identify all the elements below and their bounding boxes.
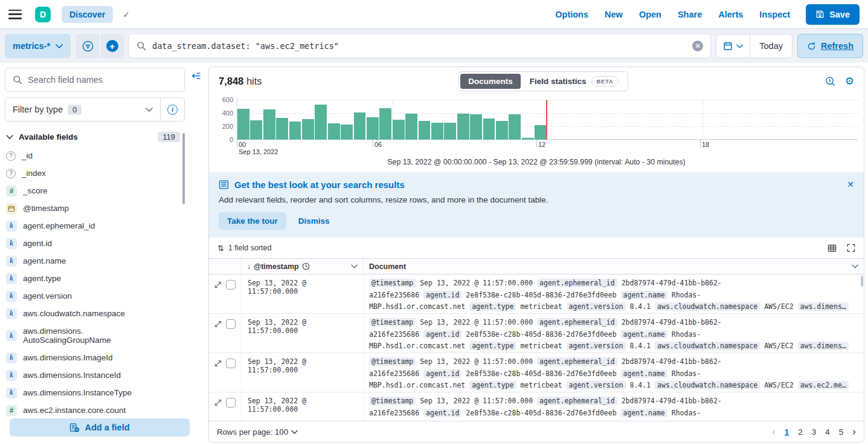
field-name-badge: agent.name bbox=[621, 330, 667, 339]
field-value: Sep 13, 2022 @ 11:57:00.000 bbox=[420, 357, 533, 366]
add-field-button[interactable]: Add a field bbox=[10, 418, 190, 437]
space-avatar[interactable]: D bbox=[35, 7, 51, 22]
page-button-4[interactable]: 4 bbox=[825, 427, 830, 437]
sidebar-scrollbar[interactable] bbox=[182, 133, 185, 204]
field-item[interactable]: kagent.type bbox=[5, 270, 180, 287]
query-input[interactable]: data_stream.dataset: "aws.ec2_metrics" ✕ bbox=[129, 34, 711, 58]
page-button-5[interactable]: 5 bbox=[839, 427, 844, 437]
page-button-1[interactable]: 1 bbox=[785, 427, 789, 437]
rows-per-page-button[interactable]: Rows per page: 100 bbox=[217, 427, 298, 437]
page-button-2[interactable]: 2 bbox=[798, 427, 803, 437]
nav-link-share[interactable]: Share bbox=[678, 10, 702, 19]
query-bar: metrics-* + data_stream.dataset: "aws.ec… bbox=[0, 29, 868, 63]
field-name-badge: aws.cloudwatch.namespace bbox=[655, 381, 760, 389]
next-page-icon[interactable]: › bbox=[852, 426, 856, 438]
histogram-bar bbox=[509, 114, 521, 140]
save-button[interactable]: Save bbox=[806, 4, 860, 25]
tab-field-statistics[interactable]: Field statistics BETA bbox=[522, 73, 626, 89]
keyword-field-icon: k bbox=[6, 291, 17, 302]
refresh-button[interactable]: Refresh bbox=[797, 34, 863, 58]
field-item[interactable]: kaws.dimensions.ImageId bbox=[5, 349, 180, 366]
document-cell: @timestamp Sep 13, 2022 @ 11:57:00.000 a… bbox=[364, 392, 864, 421]
nav-link-options[interactable]: Options bbox=[555, 10, 588, 19]
date-picker-menu-button[interactable] bbox=[716, 34, 750, 57]
row-checkbox[interactable] bbox=[226, 359, 236, 368]
top-navigation-bar: D Discover ✓ OptionsNewOpenShareAlertsIn… bbox=[0, 0, 868, 29]
field-value: Sep 13, 2022 @ 11:57:00.000 bbox=[420, 318, 533, 326]
field-name-badge: aws.cloudwatch.namespace bbox=[655, 302, 760, 311]
expand-row-icon[interactable] bbox=[214, 320, 222, 328]
data-view-selector[interactable]: metrics-* bbox=[5, 34, 71, 58]
time-range-label[interactable]: Today bbox=[750, 34, 792, 57]
histogram-bar bbox=[444, 123, 456, 140]
chevron-down-icon[interactable] bbox=[351, 264, 358, 268]
header-nav-links: OptionsNewOpenShareAlertsInspect bbox=[555, 10, 790, 19]
search-sessions-icon[interactable] bbox=[825, 76, 835, 86]
saved-query-menu-button[interactable] bbox=[76, 34, 100, 58]
table-scrollbar[interactable] bbox=[861, 276, 863, 287]
hits-histogram[interactable]: 600 400 200 0 00 Sep 13, 2022 06 12 18 bbox=[209, 95, 864, 158]
menu-icon[interactable] bbox=[8, 10, 22, 19]
field-value: AWS/EC2 bbox=[764, 302, 793, 311]
field-search-input[interactable]: Search field names bbox=[5, 68, 185, 92]
row-checkbox[interactable] bbox=[226, 398, 236, 408]
row-checkbox[interactable] bbox=[226, 319, 236, 329]
field-item[interactable]: ?_index bbox=[5, 164, 180, 182]
field-item[interactable]: @timestamp bbox=[5, 200, 180, 217]
field-item[interactable]: kagent.id bbox=[5, 235, 180, 252]
field-item[interactable]: kaws.cloudwatch.namespace bbox=[5, 305, 180, 322]
field-item[interactable]: ?_id bbox=[5, 147, 180, 164]
expand-row-icon[interactable] bbox=[214, 399, 222, 406]
field-types-help-button[interactable]: i bbox=[160, 98, 184, 121]
field-item[interactable]: #aws.ec2.instance.core.count bbox=[5, 401, 180, 419]
keyword-field-icon: k bbox=[6, 308, 17, 319]
display-options-icon[interactable] bbox=[828, 244, 837, 253]
sorted-fields-button[interactable]: 1 field sorted bbox=[228, 244, 272, 252]
header-document-column[interactable]: Document bbox=[364, 259, 864, 274]
field-item[interactable]: #_score bbox=[5, 182, 180, 200]
nav-link-open[interactable]: Open bbox=[639, 10, 661, 19]
tab-documents[interactable]: Documents bbox=[460, 74, 521, 89]
page-button-3[interactable]: 3 bbox=[812, 427, 817, 437]
filter-by-type-button[interactable]: Filter by type 0 bbox=[5, 98, 160, 121]
field-value: 2e8f538e-c28b-405d-8836-2d76e3fd0eeb bbox=[466, 409, 616, 417]
dismiss-button[interactable]: Dismiss bbox=[298, 216, 330, 226]
field-item[interactable]: kaws.dimensions. AutoScalingGroupName bbox=[5, 322, 180, 349]
field-item[interactable]: kagent.name bbox=[5, 252, 180, 270]
add-filter-button[interactable]: + bbox=[100, 34, 124, 58]
field-item[interactable]: kagent.version bbox=[5, 287, 180, 305]
histogram-bar bbox=[483, 119, 495, 140]
available-fields-header[interactable]: Available fields 119 bbox=[5, 132, 180, 142]
nav-link-inspect[interactable]: Inspect bbox=[759, 10, 790, 19]
filter-icon bbox=[82, 41, 94, 52]
previous-page-icon[interactable]: ‹ bbox=[772, 426, 776, 438]
chevron-down-icon[interactable] bbox=[852, 264, 858, 268]
histogram-bar bbox=[379, 108, 391, 140]
keyword-field-icon: k bbox=[6, 256, 17, 267]
field-item[interactable]: kaws.dimensions.InstanceType bbox=[5, 384, 180, 401]
take-tour-button[interactable]: Take the tour bbox=[219, 212, 286, 230]
expand-row-icon[interactable] bbox=[214, 281, 222, 288]
nav-link-alerts[interactable]: Alerts bbox=[718, 10, 743, 19]
expand-row-icon[interactable] bbox=[214, 360, 222, 367]
clear-query-icon[interactable]: ✕ bbox=[692, 41, 703, 51]
field-value: Sep 13, 2022 @ 11:57:00.000 bbox=[420, 397, 533, 405]
close-icon[interactable]: ✕ bbox=[847, 180, 854, 189]
row-checkbox[interactable] bbox=[226, 280, 236, 290]
header-timestamp-column[interactable]: ↓ @timestamp bbox=[242, 259, 364, 274]
keyword-field-icon: k bbox=[6, 388, 17, 398]
field-name: agent.ephemeral_id bbox=[23, 221, 95, 230]
histogram-bar bbox=[250, 120, 262, 140]
field-item[interactable]: kagent.ephemeral_id bbox=[5, 217, 180, 235]
nav-link-new[interactable]: New bbox=[605, 10, 623, 19]
x-axis-date-label: Sep 13, 2022 bbox=[239, 148, 278, 155]
field-value: 2e8f538e-c28b-405d-8836-2d76e3fd0eeb bbox=[466, 291, 616, 299]
field-item[interactable]: kaws.dimensions.InstanceId bbox=[5, 366, 180, 384]
y-tick-400: 400 bbox=[210, 109, 233, 117]
gear-icon[interactable]: ⚙ bbox=[845, 76, 854, 86]
fullscreen-icon[interactable] bbox=[847, 244, 855, 253]
collapse-sidebar-icon[interactable] bbox=[191, 71, 201, 81]
table-row: Sep 13, 2022 @ 11:57:00.000@timestamp Se… bbox=[209, 353, 864, 392]
histogram-bar bbox=[263, 109, 275, 140]
breadcrumb[interactable]: Discover bbox=[62, 6, 113, 23]
